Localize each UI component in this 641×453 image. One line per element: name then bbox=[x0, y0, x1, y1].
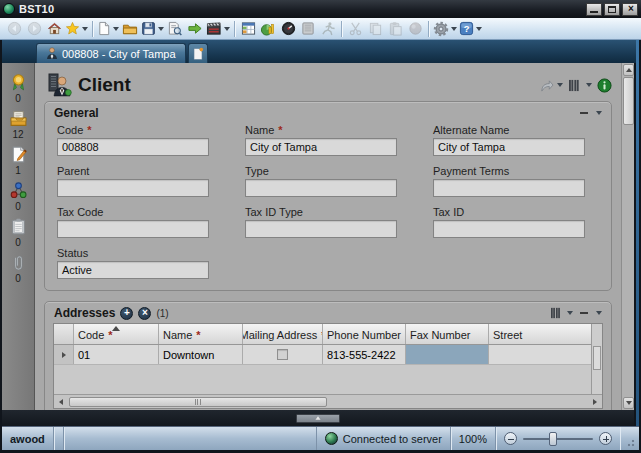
sidebar-item-awards[interactable]: 0 bbox=[2, 73, 34, 104]
column-header-phone-number[interactable]: Phone Number bbox=[323, 324, 406, 344]
table-view-button[interactable] bbox=[238, 19, 258, 39]
tax-id-type-input[interactable] bbox=[245, 220, 397, 238]
addresses-menu-caret-icon[interactable] bbox=[596, 311, 602, 315]
cell-phone-number[interactable]: 813-555-2422 bbox=[323, 345, 406, 364]
column-label: Mailing Address bbox=[243, 329, 317, 341]
minimize-button[interactable] bbox=[586, 3, 602, 16]
zoom-slider-track[interactable] bbox=[523, 438, 593, 440]
grid-columns-button[interactable] bbox=[550, 307, 573, 319]
grid-horizontal-scrollbar[interactable] bbox=[54, 394, 602, 408]
favorites-button[interactable] bbox=[64, 19, 89, 39]
splitter-expand-handle[interactable] bbox=[296, 414, 340, 423]
cell-mailing-address[interactable] bbox=[243, 345, 323, 364]
scroll-right-button[interactable] bbox=[588, 396, 602, 408]
add-address-button[interactable]: + bbox=[120, 307, 133, 320]
undo-button[interactable] bbox=[405, 19, 425, 39]
content-vertical-scrollbar[interactable] bbox=[621, 63, 634, 410]
run-process-button[interactable] bbox=[318, 19, 338, 39]
layout-columns-button[interactable] bbox=[568, 79, 592, 92]
vscroll-thumb[interactable] bbox=[623, 77, 634, 125]
scroll-down-button[interactable] bbox=[623, 397, 634, 409]
help-button[interactable]: ? bbox=[458, 19, 483, 39]
sidebar-item-notes[interactable]: 0 bbox=[2, 217, 34, 248]
field-label: Tax ID bbox=[433, 206, 464, 218]
new-tab-button[interactable] bbox=[188, 43, 208, 63]
titlebar: BST10 × bbox=[0, 0, 641, 18]
back-button[interactable] bbox=[4, 19, 24, 39]
column-header-mailing-address[interactable]: Mailing Address* bbox=[243, 324, 323, 344]
status-input[interactable]: Active bbox=[57, 261, 209, 279]
scroll-up-button[interactable] bbox=[623, 64, 634, 76]
tab-client-record[interactable]: 008808 - City of Tampa bbox=[36, 43, 186, 63]
sidebar-item-attachments[interactable]: 0 bbox=[2, 253, 34, 284]
name-input[interactable]: City of Tampa bbox=[245, 138, 397, 156]
field-parent: Parent bbox=[57, 165, 223, 197]
tax-id-input[interactable] bbox=[433, 220, 585, 238]
forward-button[interactable] bbox=[24, 19, 44, 39]
grid-vertical-scrollbar[interactable] bbox=[591, 324, 602, 394]
zoom-slider-thumb[interactable] bbox=[549, 432, 557, 446]
zoom-slider-group bbox=[496, 427, 620, 450]
open-button[interactable] bbox=[120, 19, 140, 39]
resize-grip[interactable] bbox=[624, 436, 636, 448]
edit-document-icon bbox=[9, 145, 28, 164]
cell-street[interactable] bbox=[489, 345, 591, 364]
archive-button[interactable] bbox=[298, 19, 318, 39]
mailing-address-checkbox[interactable] bbox=[277, 349, 288, 360]
batch-process-button[interactable] bbox=[205, 19, 231, 39]
column-label: Phone Number bbox=[327, 329, 401, 341]
cell-fax-number-selected[interactable] bbox=[406, 345, 489, 364]
column-header-name[interactable]: Name* bbox=[159, 324, 243, 344]
navigate-actions-button[interactable] bbox=[539, 79, 563, 92]
field-code: Code* 008808 bbox=[57, 124, 223, 156]
general-menu-caret-icon[interactable] bbox=[596, 111, 602, 115]
paste-button[interactable] bbox=[385, 19, 405, 39]
info-button[interactable] bbox=[597, 78, 612, 93]
column-header-street[interactable]: Street bbox=[489, 324, 591, 344]
column-header-fax-number[interactable]: Fax Number bbox=[406, 324, 489, 344]
sidebar-item-relationships[interactable]: 0 bbox=[2, 181, 34, 212]
tax-code-input[interactable] bbox=[57, 220, 209, 238]
type-input[interactable] bbox=[245, 179, 397, 197]
shredder-icon bbox=[301, 21, 315, 36]
dashboard-button[interactable] bbox=[278, 19, 298, 39]
scroll-right-icon bbox=[593, 399, 597, 405]
payment-terms-input[interactable] bbox=[433, 179, 585, 197]
new-document-button[interactable] bbox=[96, 19, 120, 39]
cut-button[interactable] bbox=[345, 19, 365, 39]
tab-bar: 008808 - City of Tampa bbox=[2, 40, 639, 63]
print-preview-button[interactable] bbox=[165, 19, 185, 39]
maximize-button[interactable] bbox=[604, 3, 620, 16]
row-selector[interactable] bbox=[54, 345, 74, 364]
sidebar-item-drafts[interactable]: 1 bbox=[2, 145, 34, 176]
copy-button[interactable] bbox=[365, 19, 385, 39]
collapse-general-button[interactable] bbox=[580, 112, 588, 114]
grid-vscroll-thumb[interactable] bbox=[593, 346, 601, 370]
save-button[interactable] bbox=[140, 19, 165, 39]
main-toolbar: ? bbox=[0, 18, 641, 40]
alternate-name-input[interactable]: City of Tampa bbox=[433, 138, 585, 156]
collapse-addresses-button[interactable] bbox=[580, 312, 588, 314]
cell-name[interactable]: Downtown bbox=[159, 345, 243, 364]
zoom-out-button[interactable] bbox=[504, 432, 517, 445]
settings-button[interactable] bbox=[432, 19, 458, 39]
go-button[interactable] bbox=[185, 19, 205, 39]
close-button[interactable]: × bbox=[622, 3, 638, 16]
chart-button[interactable] bbox=[258, 19, 278, 39]
parent-input[interactable] bbox=[57, 179, 209, 197]
home-button[interactable] bbox=[44, 19, 64, 39]
cell-code[interactable]: 01 bbox=[74, 345, 159, 364]
column-header-code[interactable]: Code* bbox=[74, 324, 159, 344]
field-label: Payment Terms bbox=[433, 165, 509, 177]
delete-address-button[interactable]: × bbox=[138, 307, 151, 320]
new-tab-icon bbox=[192, 47, 204, 60]
code-input[interactable]: 008808 bbox=[57, 138, 209, 156]
field-label: Tax ID Type bbox=[245, 206, 303, 218]
back-icon bbox=[7, 21, 22, 36]
hscroll-thumb[interactable] bbox=[69, 397, 327, 407]
sidebar-item-inbox[interactable]: 12 bbox=[2, 109, 34, 140]
zoom-in-button[interactable] bbox=[599, 432, 612, 445]
scroll-left-button[interactable] bbox=[54, 396, 68, 408]
print-preview-icon bbox=[167, 21, 183, 36]
clapperboard-icon bbox=[206, 21, 222, 36]
